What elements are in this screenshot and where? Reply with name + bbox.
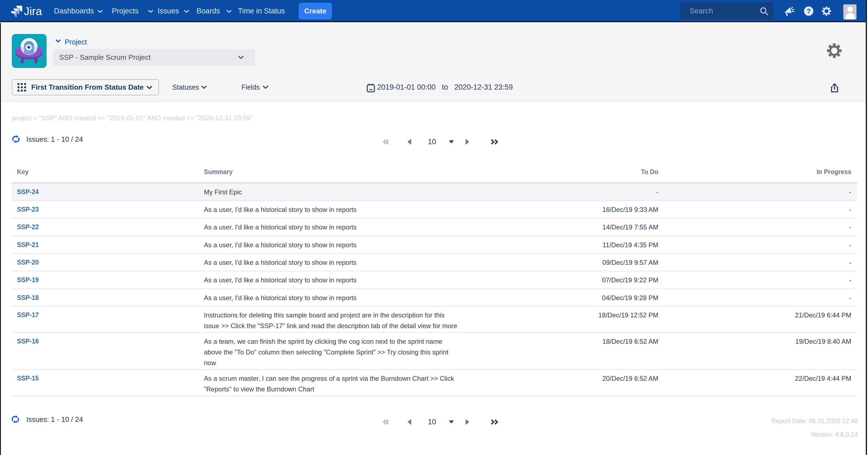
svg-text:?: ? <box>807 7 811 15</box>
